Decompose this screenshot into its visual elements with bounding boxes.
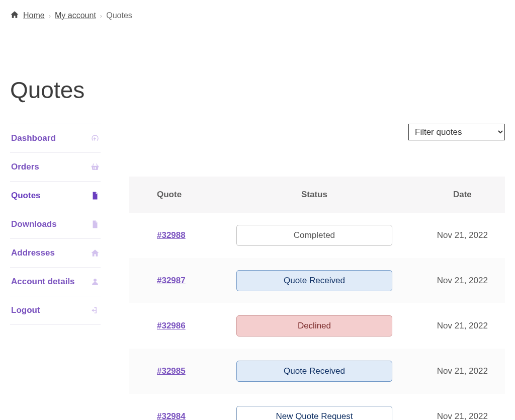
col-header-status: Status bbox=[209, 177, 420, 213]
page-title: Quotes bbox=[10, 76, 505, 104]
breadcrumb-account-link[interactable]: My account bbox=[55, 11, 96, 20]
status-badge: Quote Received bbox=[236, 361, 392, 382]
sidebar-item-addresses[interactable]: Addresses bbox=[10, 238, 101, 267]
sidebar-item-label: Addresses bbox=[11, 248, 55, 258]
quote-id-link[interactable]: #32987 bbox=[157, 276, 186, 285]
sidebar-item-logout[interactable]: Logout bbox=[10, 296, 101, 325]
file-icon bbox=[91, 191, 100, 200]
quote-date: Nov 21, 2022 bbox=[420, 349, 505, 394]
sidebar-item-downloads[interactable]: Downloads bbox=[10, 210, 101, 238]
sidebar-item-quotes[interactable]: Quotes bbox=[10, 181, 101, 210]
quote-date: Nov 21, 2022 bbox=[420, 213, 505, 258]
chevron-right-icon: › bbox=[49, 12, 51, 20]
status-badge: New Quote Request bbox=[236, 406, 392, 420]
logout-icon bbox=[91, 306, 100, 315]
sidebar-item-label: Orders bbox=[11, 162, 39, 172]
user-icon bbox=[91, 277, 100, 286]
table-row: #32985Quote ReceivedNov 21, 2022 bbox=[129, 349, 505, 394]
quote-date: Nov 21, 2022 bbox=[420, 303, 505, 349]
table-row: #32984New Quote RequestNov 21, 2022 bbox=[129, 394, 505, 420]
dashboard-icon bbox=[91, 134, 100, 143]
breadcrumb: Home › My account › Quotes bbox=[10, 10, 505, 21]
table-row: #32988CompletedNov 21, 2022 bbox=[129, 213, 505, 258]
download-file-icon bbox=[91, 220, 100, 229]
home-icon bbox=[91, 248, 100, 258]
sidebar-item-orders[interactable]: Orders bbox=[10, 152, 101, 181]
quote-id-link[interactable]: #32985 bbox=[157, 366, 186, 376]
quote-date: Nov 21, 2022 bbox=[420, 394, 505, 420]
table-row: #32986DeclinedNov 21, 2022 bbox=[129, 303, 505, 349]
sidebar-item-label: Account details bbox=[11, 277, 75, 287]
sidebar-item-label: Dashboard bbox=[11, 133, 56, 143]
quote-id-link[interactable]: #32988 bbox=[157, 230, 186, 240]
basket-icon bbox=[91, 162, 100, 172]
quote-id-link[interactable]: #32986 bbox=[157, 321, 186, 330]
col-header-date: Date bbox=[420, 177, 505, 213]
status-badge: Declined bbox=[236, 315, 392, 337]
sidebar-item-label: Quotes bbox=[11, 191, 41, 201]
chevron-right-icon: › bbox=[100, 12, 102, 20]
sidebar-item-label: Logout bbox=[11, 305, 40, 315]
breadcrumb-home-link[interactable]: Home bbox=[23, 11, 45, 20]
home-icon bbox=[10, 10, 19, 21]
status-badge: Quote Received bbox=[236, 270, 392, 291]
col-header-quote: Quote bbox=[129, 177, 209, 213]
breadcrumb-current: Quotes bbox=[106, 11, 132, 20]
sidebar: DashboardOrdersQuotesDownloadsAddressesA… bbox=[10, 124, 101, 420]
sidebar-item-dashboard[interactable]: Dashboard bbox=[10, 124, 101, 152]
quote-id-link[interactable]: #32984 bbox=[157, 411, 186, 420]
quotes-table: Quote Status Date #32988CompletedNov 21,… bbox=[129, 177, 505, 420]
status-badge: Completed bbox=[236, 225, 392, 246]
sidebar-item-account-details[interactable]: Account details bbox=[10, 267, 101, 296]
sidebar-item-label: Downloads bbox=[11, 219, 57, 229]
filter-quotes-select[interactable]: Filter quotes bbox=[408, 124, 505, 140]
table-row: #32987Quote ReceivedNov 21, 2022 bbox=[129, 258, 505, 303]
quote-date: Nov 21, 2022 bbox=[420, 258, 505, 303]
main-content: Filter quotes Quote Status Date #32988Co… bbox=[129, 124, 505, 420]
